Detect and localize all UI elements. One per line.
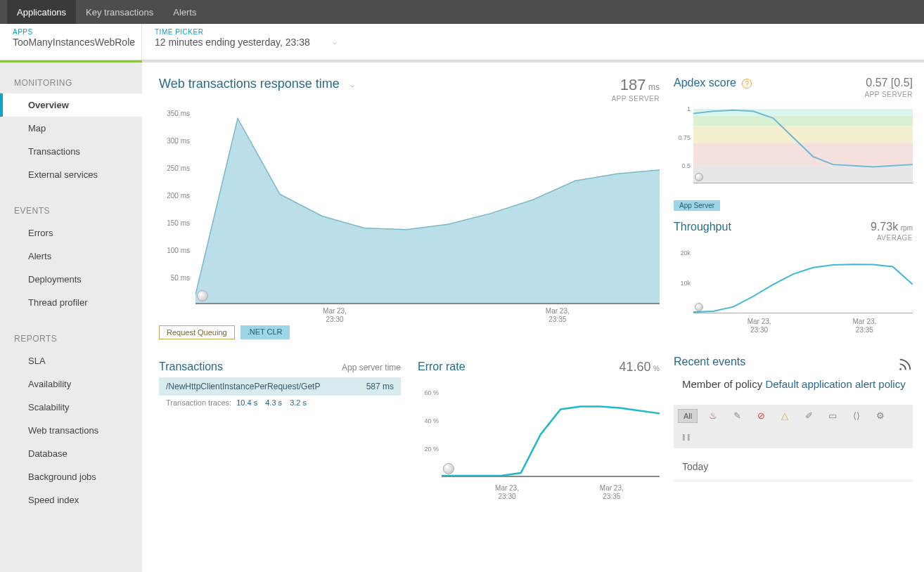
- response-time-unit: ms: [648, 82, 660, 92]
- recent-events-title: Recent events: [674, 356, 745, 368]
- sidebar: MONITORING Overview Map Transactions Ext…: [0, 63, 142, 572]
- response-time-chart[interactable]: 50 ms100 ms150 ms200 ms250 ms300 ms350 m…: [159, 108, 660, 318]
- sidebar-item-errors[interactable]: Errors: [0, 221, 142, 245]
- apdex-metric: 0.57 [0.5] APP SERVER: [864, 77, 913, 99]
- response-time-sub: APP SERVER: [611, 95, 660, 103]
- error-circle-icon[interactable]: ⊘: [752, 409, 769, 423]
- transaction-traces: Transaction traces: 10.4 s 4.3 s 3.2 s: [159, 396, 401, 410]
- response-time-header: Web transactions response time ⌵ 187 ms …: [159, 77, 660, 103]
- policy-link[interactable]: Default application alert policy: [765, 378, 905, 390]
- nav-applications[interactable]: Applications: [7, 0, 76, 24]
- flame-icon[interactable]: ♨: [705, 409, 721, 423]
- top-nav: Applications Key transactions Alerts: [0, 0, 924, 24]
- sidebar-item-speed-index[interactable]: Speed index: [0, 488, 142, 512]
- pencil-icon[interactable]: ✎: [729, 409, 745, 423]
- throughput-title: Throughput: [674, 221, 731, 233]
- apdex-value: 0.57 [0.5]: [866, 77, 913, 89]
- apdex-header: Apdex score ? 0.57 [0.5] APP SERVER: [674, 77, 913, 99]
- warning-icon[interactable]: △: [776, 409, 793, 423]
- throughput-value: 9.73k: [871, 221, 898, 233]
- loading-strip: [0, 60, 924, 63]
- trace-label: Transaction traces:: [166, 398, 231, 407]
- error-rate-unit: %: [653, 365, 660, 372]
- chart-scrubber[interactable]: [695, 303, 703, 311]
- events-today-heading: Today: [674, 461, 913, 481]
- event-filter-bar: All ♨ ✎ ⊘ △ ✐ ▭ ⟨⟩ ⚙ ⫿⫿: [674, 405, 913, 448]
- transaction-time: 587 ms: [366, 382, 394, 391]
- throughput-unit: rpm: [901, 224, 913, 232]
- transaction-row[interactable]: /NewHttpClientInstancePerRequest/GetP 58…: [159, 377, 401, 396]
- policy-text: Member of policy Default application ale…: [682, 374, 913, 395]
- svg-point-5: [899, 368, 901, 370]
- sidebar-head-reports: REPORTS: [0, 331, 142, 349]
- svg-rect-4: [693, 166, 913, 183]
- apdex-title: Apdex score ?: [674, 77, 752, 89]
- trace-link[interactable]: 10.4 s: [236, 398, 257, 407]
- sidebar-item-web-transactions[interactable]: Web transactions: [0, 419, 142, 442]
- sidebar-head-events: EVENTS: [0, 203, 142, 221]
- error-rate-value: 41.60: [619, 360, 650, 374]
- sidebar-item-overview[interactable]: Overview: [0, 93, 142, 117]
- response-time-title[interactable]: Web transactions response time ⌵: [159, 77, 354, 91]
- nav-alerts[interactable]: Alerts: [163, 0, 206, 24]
- apdex-chart[interactable]: 0.50.751: [674, 103, 913, 195]
- gear-icon[interactable]: ⚙: [872, 409, 889, 423]
- nav-key-transactions[interactable]: Key transactions: [76, 0, 163, 24]
- sidebar-item-external-services[interactable]: External services: [0, 163, 142, 186]
- transactions-panel: Transactions App server time /NewHttpCli…: [159, 360, 401, 491]
- policy-prefix: Member of policy: [682, 378, 765, 390]
- app-picker-value: TooManyInstancesWebRole: [13, 37, 129, 48]
- svg-rect-2: [693, 126, 913, 143]
- sidebar-item-map[interactable]: Map: [0, 117, 142, 140]
- response-time-metric: 187 ms APP SERVER: [611, 77, 660, 103]
- transactions-sub: App server time: [342, 363, 401, 372]
- throughput-metric: 9.73k rpm AVERAGE: [871, 221, 913, 243]
- rss-icon[interactable]: [897, 357, 913, 372]
- code-icon[interactable]: ⟨⟩: [848, 409, 865, 423]
- help-icon[interactable]: ?: [742, 79, 752, 89]
- apdex-title-text: Apdex score: [674, 77, 736, 89]
- filter-all[interactable]: All: [678, 409, 698, 423]
- edit-box-icon[interactable]: ✐: [800, 409, 817, 423]
- time-picker-label: TIME PICKER: [155, 28, 310, 36]
- chart-scrubber[interactable]: [695, 173, 703, 181]
- sidebar-item-database[interactable]: Database: [0, 442, 142, 465]
- recent-events-panel: Recent events Member of policy Default a…: [674, 356, 913, 481]
- transaction-name: /NewHttpClientInstancePerRequest/GetP: [166, 382, 320, 391]
- monitor-icon[interactable]: ▭: [824, 409, 841, 423]
- throughput-chart[interactable]: 10k20k Mar 23,23:30Mar 23,23:35: [674, 247, 913, 325]
- app-picker[interactable]: APPS TooManyInstancesWebRole ⌵: [0, 24, 142, 60]
- error-rate-metric: 41.60 %: [619, 360, 660, 375]
- response-time-value: 187: [620, 76, 646, 93]
- sidebar-item-alerts[interactable]: Alerts: [0, 245, 142, 268]
- chevron-down-icon: ⌵: [130, 38, 134, 46]
- time-picker[interactable]: TIME PICKER 12 minutes ending yesterday,…: [142, 24, 323, 60]
- sidebar-item-thread-profiler[interactable]: Thread profiler: [0, 291, 142, 314]
- sidebar-head-monitoring: MONITORING: [0, 75, 142, 93]
- throughput-sub: AVERAGE: [877, 234, 913, 242]
- response-time-title-text: Web transactions response time: [159, 77, 340, 91]
- sidebar-item-transactions[interactable]: Transactions: [0, 140, 142, 163]
- sidebar-item-sla[interactable]: SLA: [0, 349, 142, 372]
- throughput-header: Throughput 9.73k rpm AVERAGE: [674, 221, 913, 243]
- transactions-title: Transactions: [159, 360, 223, 373]
- time-picker-value: 12 minutes ending yesterday, 23:38: [155, 37, 310, 48]
- sidebar-item-scalability[interactable]: Scalability: [0, 396, 142, 419]
- error-rate-panel: Error rate 41.60 % 20 %40 %60 % Mar 23,2…: [418, 360, 660, 491]
- error-rate-chart[interactable]: 20 %40 %60 % Mar 23,23:30Mar 23,23:35: [418, 379, 660, 491]
- trace-link[interactable]: 4.3 s: [265, 398, 282, 407]
- apdex-legend[interactable]: App Server: [674, 200, 720, 211]
- error-rate-title: Error rate: [418, 360, 466, 373]
- svg-rect-1: [693, 116, 913, 126]
- sidebar-item-background-jobs[interactable]: Background jobs: [0, 465, 142, 488]
- chevron-down-icon: ⌵: [350, 81, 354, 89]
- sidebar-item-deployments[interactable]: Deployments: [0, 268, 142, 291]
- context-bar: APPS TooManyInstancesWebRole ⌵ TIME PICK…: [0, 24, 924, 60]
- chevron-down-icon: ⌵: [333, 38, 337, 46]
- trace-link[interactable]: 3.2 s: [290, 398, 307, 407]
- app-picker-label: APPS: [13, 28, 129, 36]
- apdex-sub: APP SERVER: [864, 91, 913, 98]
- bar-chart-icon[interactable]: ⫿⫿: [678, 430, 695, 444]
- sidebar-item-availability[interactable]: Availability: [0, 372, 142, 396]
